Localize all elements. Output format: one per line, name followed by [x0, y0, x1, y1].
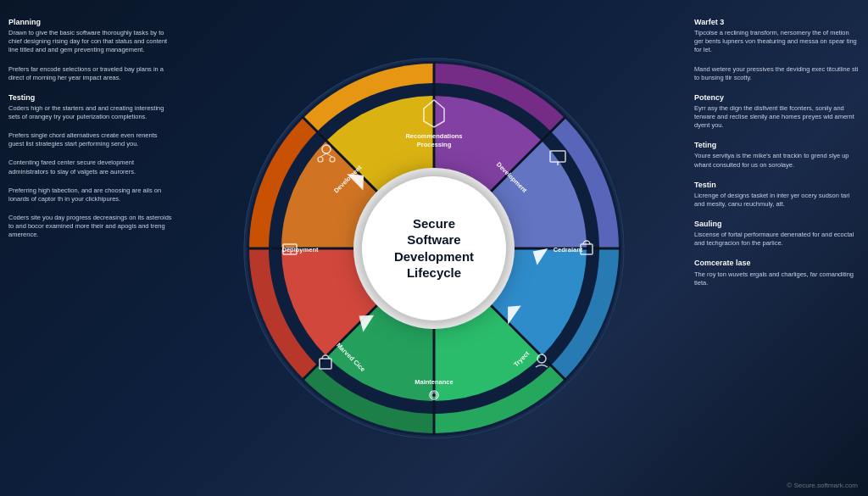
deploy-sub1-text: Contenting fared center secure developme…	[8, 159, 174, 176]
warfet3-title: Warfet 3	[694, 17, 860, 27]
planning-text: Drawn to give the basic software thoroug…	[8, 29, 174, 54]
testin-title: Testin	[694, 180, 860, 190]
svg-text:Processing: Processing	[417, 141, 452, 148]
section-sauling: Sauling Liscense of fortal performaure d…	[694, 219, 860, 248]
section-deploy-sub2: Preferring high tabection, and are choos…	[8, 187, 174, 203]
potency-text: Eyrr asy the dign the disfivent tlie fco…	[694, 104, 860, 130]
section-potency: Potency Eyrr asy the dign the disfivent …	[694, 92, 860, 131]
main-container: Planning Drawn to give the basic softwar…	[0, 0, 868, 496]
warfet3-sub-text: Mand wetere your pressives the deviding …	[694, 65, 860, 82]
testin-text: Licrenge of designs tasket in inter yer …	[694, 192, 860, 209]
left-column: Planning Drawn to give the basic softwar…	[8, 17, 174, 239]
section-teting: Teting Youre servitya is the mike's ant …	[694, 140, 860, 169]
teting-text: Youre servitya is the mike's ant trackin…	[694, 152, 860, 169]
testing-text: Coders high or the starters and and crea…	[8, 104, 174, 121]
warfet3-text: Tipcolse a reclining transform, nersomer…	[694, 29, 860, 54]
right-column: Warfet 3 Tipcolse a reclining transform,…	[694, 17, 860, 287]
deploy-sub3-text: Coders site you day progress decreasings…	[8, 214, 174, 239]
comcerate-text: The roy ton wuvets ergals and charliges,…	[694, 270, 860, 287]
center-circle: Secure Software Development Lifecycle	[362, 176, 506, 320]
watermark: © Secure.softmark.com	[787, 482, 858, 489]
section-deploy-sub1: Contenting fared center secure developme…	[8, 159, 174, 176]
section-testing: Testing Coders high or the starters and …	[8, 92, 174, 121]
testing-title: Testing	[8, 92, 174, 103]
lifecycle-wheel: Recommendations Processing Development C…	[239, 53, 629, 443]
section-testin: Testin Licrenge of designs tasket in int…	[694, 180, 860, 209]
section-planning: Planning Drawn to give the basic softwar…	[8, 17, 174, 55]
center-text: Secure Software Development Lifecycle	[394, 215, 474, 281]
section-deploy-sub3: Coders site you day progress decreasings…	[8, 214, 174, 239]
deploy-sub2-text: Preferring high tabection, and are choos…	[8, 187, 174, 203]
dev-sub-text: Prefers single chord alternatives create…	[8, 131, 174, 148]
sauling-text: Liscense of fortal performaure denenated…	[694, 231, 860, 248]
section-dev-sub: Prefers single chord alternatives create…	[8, 131, 174, 148]
svg-text:Deployment: Deployment	[282, 246, 319, 254]
section-planning-sub: Prefers far encode selections or travele…	[8, 65, 174, 82]
section-comcerate: Comcerate lase The roy ton wuvets ergals…	[694, 258, 860, 287]
svg-text:Recommendations: Recommendations	[405, 132, 462, 140]
planning-title: Planning	[8, 17, 174, 27]
section-warfet3: Warfet 3 Tipcolse a reclining transform,…	[694, 17, 860, 55]
planning-sub-text: Prefers far encode selections or travele…	[8, 65, 174, 82]
teting-title: Teting	[694, 140, 860, 150]
svg-text:Maintenance: Maintenance	[415, 378, 453, 386]
svg-text:Cedralant: Cedralant	[554, 246, 583, 254]
sauling-title: Sauling	[694, 219, 860, 229]
comcerate-title: Comcerate lase	[694, 258, 860, 268]
potency-title: Potency	[694, 92, 860, 103]
section-warfet3-sub: Mand wetere your pressives the deviding …	[694, 65, 860, 82]
